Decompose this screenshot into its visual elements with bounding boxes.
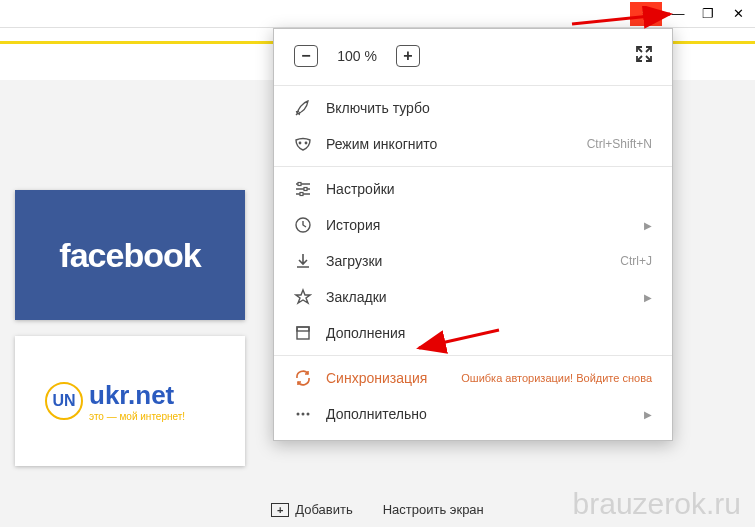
clock-icon	[294, 216, 312, 234]
menu-item-addons[interactable]: Дополнения	[274, 315, 672, 351]
star-icon	[294, 288, 312, 306]
svg-rect-2	[298, 183, 301, 186]
menu-item-settings[interactable]: Настройки	[274, 171, 672, 207]
maximize-button[interactable]: ❐	[694, 2, 722, 26]
sync-error-text: Ошибка авторизации! Войдите снова	[461, 372, 652, 384]
incognito-label: Режим инкогнито	[326, 136, 573, 152]
svg-point-1	[305, 142, 308, 145]
sliders-icon	[294, 180, 312, 198]
bookmarks-label: Закладки	[326, 289, 630, 305]
ukrnet-circle-icon: UN	[45, 382, 83, 420]
svg-rect-6	[297, 327, 309, 339]
downloads-shortcut: Ctrl+J	[620, 254, 652, 268]
mask-icon	[294, 135, 312, 153]
history-label: История	[326, 217, 630, 233]
zoom-level: 100 %	[332, 48, 382, 64]
facebook-logo-text: facebook	[59, 236, 200, 275]
chevron-right-icon: ▶	[644, 220, 652, 231]
menu-item-sync[interactable]: Синхронизация Ошибка авторизации! Войдит…	[274, 360, 672, 396]
svg-point-8	[297, 413, 300, 416]
fullscreen-icon[interactable]	[636, 46, 652, 66]
zoom-in-button[interactable]: +	[396, 45, 420, 67]
addons-label: Дополнения	[326, 325, 652, 341]
dots-icon	[294, 405, 312, 423]
close-window-button[interactable]: ✕	[724, 2, 752, 26]
svg-rect-4	[300, 193, 303, 196]
ukrnet-logo: UN ukr.net это — мой интернет!	[45, 380, 185, 422]
ukrnet-slogan: это — мой интернет!	[89, 411, 185, 422]
chevron-right-icon: ▶	[644, 409, 652, 420]
menu-item-history[interactable]: История ▶	[274, 207, 672, 243]
configure-screen-button[interactable]: Настроить экран	[383, 502, 484, 517]
more-label: Дополнительно	[326, 406, 630, 422]
add-label: Добавить	[295, 502, 352, 517]
menu-item-downloads[interactable]: Загрузки Ctrl+J	[274, 243, 672, 279]
sync-label: Синхронизация	[326, 370, 447, 386]
svg-point-0	[299, 142, 302, 145]
menu-item-more[interactable]: Дополнительно ▶	[274, 396, 672, 432]
downloads-label: Загрузки	[326, 253, 606, 269]
box-icon	[294, 324, 312, 342]
menu-item-incognito[interactable]: Режим инкогнито Ctrl+Shift+N	[274, 126, 672, 162]
svg-rect-3	[304, 188, 307, 191]
sync-icon	[294, 369, 312, 387]
bookmark-tile-facebook[interactable]: facebook	[15, 190, 245, 320]
incognito-shortcut: Ctrl+Shift+N	[587, 137, 652, 151]
turbo-label: Включить турбо	[326, 100, 652, 116]
settings-label: Настройки	[326, 181, 652, 197]
svg-point-9	[302, 413, 305, 416]
menu-item-turbo[interactable]: Включить турбо	[274, 90, 672, 126]
download-icon	[294, 252, 312, 270]
main-menu-panel: − 100 % + Включить турбо Режим инкогнито…	[273, 28, 673, 441]
bookmark-tile-ukrnet[interactable]: UN ukr.net это — мой интернет!	[15, 336, 245, 466]
menu-item-bookmarks[interactable]: Закладки ▶	[274, 279, 672, 315]
minimize-button[interactable]: —	[664, 2, 692, 26]
configure-label: Настроить экран	[383, 502, 484, 517]
hamburger-menu-button[interactable]: ≡	[630, 2, 662, 26]
zoom-out-button[interactable]: −	[294, 45, 318, 67]
chevron-right-icon: ▶	[644, 292, 652, 303]
plus-box-icon: +	[271, 503, 289, 517]
ukrnet-title: ukr.net	[89, 380, 185, 411]
svg-rect-7	[297, 327, 309, 331]
add-bookmark-button[interactable]: + Добавить	[271, 502, 352, 517]
watermark-text: brauzerok.ru	[573, 487, 741, 521]
svg-point-10	[307, 413, 310, 416]
rocket-icon	[294, 99, 312, 117]
